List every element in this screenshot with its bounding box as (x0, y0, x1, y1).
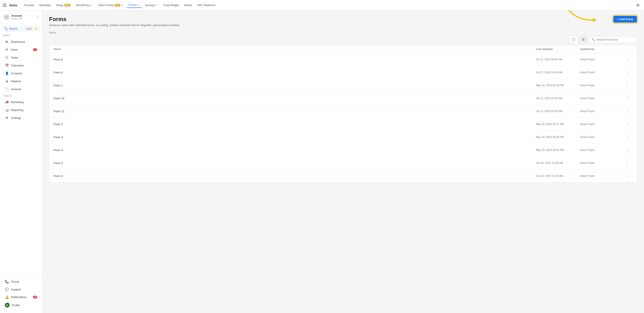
table-row: Form 1 May 18, 2023 05:19 PM Grace Puyot… (49, 79, 637, 92)
wordpress-chevron: ▼ (91, 4, 93, 6)
col-updated-by: Updated By (580, 48, 624, 51)
sidebar-item-profile[interactable]: G Profile (1, 301, 40, 309)
nav-forms[interactable]: Forms ▼ (126, 3, 142, 8)
sidebar-item-notifications[interactable]: 🔔 Notifications 5 (1, 293, 40, 301)
tools-section-label: Tools (0, 93, 42, 98)
profile-icon: G (5, 303, 10, 307)
form-name: Form 4 (54, 149, 536, 152)
nav-funnels[interactable]: Funnels (22, 3, 36, 8)
pipeline-icon: ◈ (5, 79, 9, 83)
form-name: Form 5 (54, 161, 536, 165)
form-more-button[interactable]: ⋮ (624, 160, 631, 166)
form-more-button[interactable]: ⋮ (624, 95, 631, 102)
sidebar-item-dashboard[interactable]: ⊞ Dashboard (1, 38, 40, 45)
table-row: Form 4 May 18, 2023 05:51 PM Grace Puyot… (49, 144, 637, 157)
sidebar-item-phone[interactable]: 📞 Phone (1, 278, 40, 285)
page-header: Forms Enhance reach with unlimited forms… (49, 16, 637, 27)
form-updated-by: Grace Puyot (580, 161, 624, 164)
nav-chat-widget[interactable]: Chat Widget (161, 3, 181, 8)
nav-wordpress[interactable]: WordPress ▼ (74, 3, 95, 8)
calendars-icon: 📅 (5, 63, 9, 67)
sidebar-item-support[interactable]: 💬 Support (1, 285, 40, 293)
notifications-badge: 5 (33, 296, 37, 298)
sidebar-bottom: 📞 Phone 💬 Support 🔔 Notifications 5 G Pr… (0, 276, 42, 311)
sidebar-item-marketing[interactable]: 📣 Marketing (1, 98, 40, 106)
arrow-svg (558, 11, 602, 25)
form-more-button[interactable]: ⋮ (624, 173, 631, 179)
page-subtitle: Enhance reach with unlimited forms, no c… (49, 24, 180, 27)
sidebar-search[interactable]: 🔍 Search ctrl K ⚡ (2, 26, 40, 32)
clock-view-button[interactable]: 🕐 (570, 36, 578, 44)
sidebar-item-label: Contacts (11, 72, 22, 75)
sidebar-item-label: Phone (11, 280, 19, 283)
sidebar-item-tasks[interactable]: ☑ Tasks (1, 54, 40, 61)
sidebar-item-inbox[interactable]: ✉ Inbox 1 (1, 46, 40, 53)
notifications-icon: 🔔 (5, 295, 9, 299)
sidebar-item-label: Notifications (11, 295, 26, 299)
sidebar-item-pipeline[interactable]: ◈ Pipeline (1, 77, 40, 85)
form-updated-by: Grace Puyot (580, 71, 624, 74)
sidebar-item-contacts[interactable]: 👤 Contacts (1, 70, 40, 77)
form-last-updated: Jul 07, 2023 11:40 AM (536, 71, 580, 74)
add-form-button[interactable]: + Add Form (613, 16, 637, 23)
support-icon: 💬 (5, 287, 9, 291)
form-updated-by: Grace Puyot (580, 174, 624, 177)
main-layout: A Account Irvine, CA ▼ 🔍 Search ctrl K ⚡… (0, 11, 644, 313)
nav-media[interactable]: Media (182, 3, 194, 8)
search-forms-input[interactable] (596, 38, 634, 41)
table-row: Form 0 Jul 07, 2023 11:40 AM Grace Puyot… (49, 66, 637, 79)
account-selector[interactable]: A Account Irvine, CA ▼ (0, 12, 42, 23)
bolt-icon: ⚡ (34, 27, 38, 31)
nav-url-redirects[interactable]: URL Redirects (195, 3, 218, 8)
sidebar-item-settings[interactable]: ⚙ Settings (1, 114, 40, 122)
sidebar-item-calendars[interactable]: 📅 Calendars (1, 62, 40, 69)
form-name: Form 1 (54, 84, 536, 87)
sidebar-item-label: Pipeline (11, 80, 21, 83)
avatar: A (4, 14, 10, 20)
form-more-button[interactable]: ⋮ (624, 69, 631, 76)
search-shortcut: ctrl K (26, 28, 32, 30)
main-content: Forms Enhance reach with unlimited forms… (42, 11, 644, 313)
dashboard-icon: ⊞ (5, 40, 9, 44)
nav-client-portal[interactable]: Client Portal New ▼ (96, 3, 126, 8)
table-row: Form 0 Jul 11, 2023 09:45 AM Grace Puyot… (49, 53, 637, 66)
form-more-button[interactable]: ⋮ (624, 147, 631, 153)
tasks-icon: ☑ (5, 56, 9, 60)
nav-websites[interactable]: Websites (37, 3, 53, 8)
table-row: Form 6 Jun 16, 2023 11:32 AM Grace Puyot… (49, 170, 637, 182)
search-forms-wrapper: 🔍 (589, 37, 637, 43)
form-more-button[interactable]: ⋮ (624, 134, 631, 140)
sidebar-item-invoices[interactable]: 📄 Invoices (1, 85, 40, 93)
phone-icon: 📞 (5, 280, 9, 284)
table-row: Form 2 May 18, 2023 05:21 PM Grace Puyot… (49, 118, 637, 131)
inbox-icon: ✉ (5, 48, 9, 52)
form-more-button[interactable]: ⋮ (624, 121, 631, 127)
settings-gear-icon[interactable]: ⚙ (634, 2, 641, 9)
form-name: Form 6 (54, 174, 536, 178)
form-more-button[interactable]: ⋮ (624, 82, 631, 89)
nav-surveys[interactable]: Surveys ▼ (143, 3, 160, 8)
inbox-badge: 1 (33, 48, 37, 51)
table-row: Form 11 Jul 11, 2023 01:03 PM Grace Puyo… (49, 105, 637, 118)
col-name: Name (54, 48, 536, 51)
form-name: Form 2 (54, 123, 536, 126)
form-name: Form 10 (54, 97, 536, 100)
sidebar-item-reporting[interactable]: 📊 Reporting (1, 106, 40, 114)
form-more-button[interactable]: ⋮ (624, 108, 631, 115)
account-location: Irvine, CA (12, 17, 34, 20)
nav-blogs[interactable]: Blogs New (54, 3, 73, 8)
sidebar-item-label: Calendars (11, 64, 24, 67)
table-body: Form 0 Jul 11, 2023 09:45 AM Grace Puyot… (49, 53, 637, 182)
sidebar: A Account Irvine, CA ▼ 🔍 Search ctrl K ⚡… (0, 11, 42, 313)
page-title: Forms (49, 16, 180, 23)
header-actions: + Add Form (613, 16, 637, 23)
form-name: Form 0 (54, 71, 536, 74)
form-last-updated: May 18, 2023 05:51 PM (536, 149, 580, 152)
list-view-button[interactable]: ☰ (579, 36, 587, 44)
top-nav: demo Funnels Websites Blogs New WordPres… (0, 0, 644, 11)
settings-icon: ⚙ (5, 116, 9, 120)
form-more-button[interactable]: ⋮ (624, 56, 631, 63)
hamburger-icon[interactable] (3, 4, 6, 7)
form-updated-by: Grace Puyot (580, 149, 624, 152)
sidebar-item-label: Inbox (11, 48, 18, 51)
